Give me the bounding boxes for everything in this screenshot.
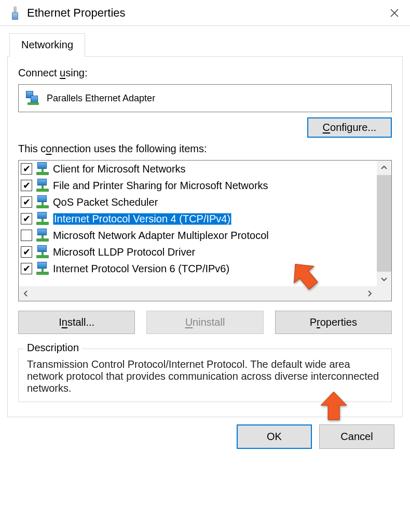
close-icon[interactable]: [384, 3, 405, 23]
description-group: Description Transmission Control Protoco…: [18, 349, 392, 402]
adapter-name: Parallels Ethernet Adapter: [47, 93, 155, 104]
list-item[interactable]: Microsoft Network Adapter Multiplexor Pr…: [19, 227, 377, 244]
list-item[interactable]: ✔QoS Packet Scheduler: [19, 194, 377, 210]
scroll-right-icon[interactable]: [362, 286, 377, 301]
checkbox[interactable]: ✔: [21, 246, 32, 258]
description-legend: Description: [24, 342, 82, 354]
tab-networking[interactable]: Networking: [9, 33, 85, 57]
list-item-label: Microsoft LLDP Protocol Driver: [53, 246, 195, 258]
properties-button[interactable]: Properties: [275, 311, 392, 334]
network-adapter-icon: [26, 91, 40, 105]
connection-items-list[interactable]: ✔Client for Microsoft Networks✔File and …: [18, 160, 392, 301]
item-buttons: Install... Uninstall Properties: [18, 311, 392, 334]
list-item[interactable]: ✔Internet Protocol Version 6 (TCP/IPv6): [19, 260, 377, 277]
scroll-left-icon[interactable]: [19, 286, 33, 301]
titlebar: Ethernet Properties: [0, 0, 410, 26]
window-title: Ethernet Properties: [27, 6, 126, 20]
list-item-label: Internet Protocol Version 4 (TCP/IPv4): [53, 213, 231, 225]
dialog-buttons: OK Cancel: [7, 417, 403, 449]
checkbox[interactable]: ✔: [21, 213, 32, 224]
cancel-button[interactable]: Cancel: [319, 424, 394, 449]
items-label: This connection uses the following items…: [18, 143, 392, 155]
list-item[interactable]: ✔Client for Microsoft Networks: [19, 161, 377, 177]
scroll-down-icon[interactable]: [377, 272, 391, 286]
network-component-icon: [35, 162, 50, 176]
list-item-label: QoS Packet Scheduler: [53, 196, 158, 208]
adapter-field[interactable]: Parallels Ethernet Adapter: [18, 84, 392, 112]
list-item-label: File and Printer Sharing for Microsoft N…: [53, 180, 268, 192]
checkbox[interactable]: ✔: [21, 180, 32, 191]
network-component-icon: [35, 228, 50, 243]
checkbox[interactable]: [21, 230, 32, 241]
network-component-icon: [35, 245, 50, 259]
horizontal-scrollbar[interactable]: [19, 286, 377, 301]
list-item[interactable]: ✔File and Printer Sharing for Microsoft …: [19, 177, 377, 194]
connect-using-label: Connect using:: [18, 67, 392, 79]
tab-strip: Networking: [7, 33, 403, 56]
network-component-icon: [35, 195, 50, 209]
network-component-icon: [35, 261, 50, 276]
checkbox[interactable]: ✔: [21, 263, 32, 274]
list-item[interactable]: ✔Microsoft LLDP Protocol Driver: [19, 244, 377, 260]
ok-button[interactable]: OK: [237, 424, 312, 449]
vertical-scrollbar[interactable]: [377, 161, 391, 286]
network-component-icon: [35, 211, 50, 226]
list-item-label: Internet Protocol Version 6 (TCP/IPv6): [53, 263, 229, 275]
scroll-thumb[interactable]: [377, 175, 391, 272]
description-text: Transmission Control Protocol/Internet P…: [27, 358, 383, 394]
uninstall-button: Uninstall: [146, 311, 263, 334]
checkbox[interactable]: ✔: [21, 196, 32, 208]
list-item[interactable]: ✔Internet Protocol Version 4 (TCP/IPv4): [19, 210, 377, 227]
list-item-label: Client for Microsoft Networks: [53, 163, 186, 175]
install-button[interactable]: Install...: [18, 311, 135, 334]
checkbox[interactable]: ✔: [21, 163, 32, 175]
list-item-label: Microsoft Network Adapter Multiplexor Pr…: [53, 230, 269, 242]
scroll-up-icon[interactable]: [377, 161, 391, 175]
ethernet-icon: [10, 6, 20, 20]
tab-panel: Connect using: Parallels Ethernet Adapte…: [7, 56, 403, 417]
tab-networking-label: Networking: [21, 39, 73, 50]
configure-button[interactable]: Configure...: [307, 117, 392, 138]
network-component-icon: [35, 178, 50, 193]
